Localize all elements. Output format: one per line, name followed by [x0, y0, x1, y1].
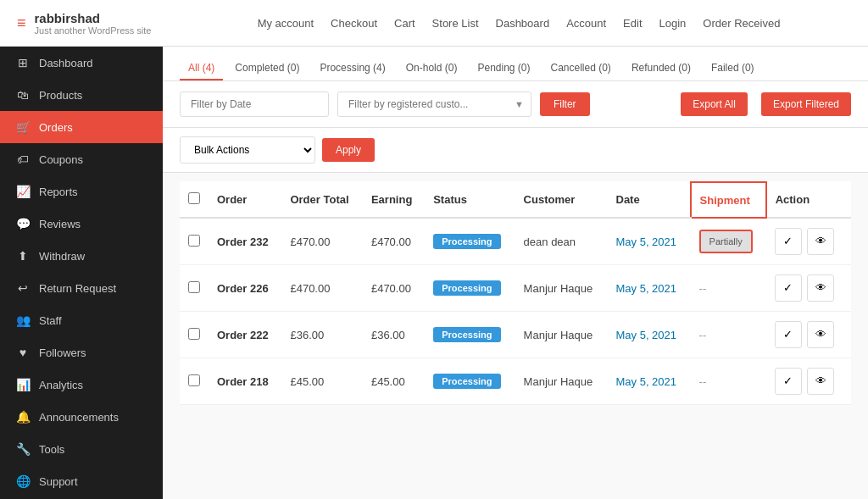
site-title: rabbirshad — [35, 11, 152, 25]
order-number[interactable]: Order 226 — [217, 282, 269, 295]
view-button[interactable]: 👁 — [807, 321, 834, 348]
select-all-checkbox[interactable] — [188, 192, 200, 204]
row-checkbox[interactable] — [188, 235, 200, 247]
sidebar: ⊞ Dashboard 🛍 Products 🛒 Orders 🏷 Coupon… — [0, 47, 163, 499]
shipment-dash: -- — [699, 282, 707, 295]
toolbar: ▼ Filter Export All Export Filtered — [163, 81, 868, 128]
row-checkbox[interactable] — [188, 281, 200, 293]
nav-edit[interactable]: Edit — [623, 17, 642, 30]
view-button[interactable]: 👁 — [807, 368, 834, 395]
filter-customer-input[interactable] — [338, 92, 508, 116]
sidebar-item-orders[interactable]: 🛒 Orders — [0, 111, 163, 143]
bulk-actions-select[interactable]: Bulk Actions — [180, 136, 315, 164]
customer-cell: Manjur Haque — [515, 265, 608, 312]
nav-order-received[interactable]: Order Received — [703, 17, 780, 30]
date-link[interactable]: May 5, 2021 — [616, 375, 677, 388]
dropdown-arrow-icon[interactable]: ▼ — [508, 99, 531, 109]
tab-processing[interactable]: Processing (4) — [311, 57, 393, 80]
hamburger-icon[interactable]: ≡ — [17, 14, 26, 32]
date-link[interactable]: May 5, 2021 — [616, 282, 677, 295]
col-shipment: Shipment — [691, 182, 766, 218]
date-link[interactable]: May 5, 2021 — [616, 236, 677, 248]
shipment-cell: Partially — [691, 218, 766, 265]
approve-button[interactable]: ✓ — [775, 228, 802, 255]
orders-table: Order Order Total Earning Status Custome… — [180, 181, 851, 405]
filter-date-input[interactable] — [180, 91, 329, 117]
tab-completed[interactable]: Completed (0) — [226, 57, 308, 80]
action-cell: ✓ 👁 — [766, 358, 851, 405]
sidebar-item-reviews[interactable]: 💬 Reviews — [0, 208, 163, 240]
sidebar-item-staff[interactable]: 👥 Staff — [0, 304, 163, 336]
nav-store-list[interactable]: Store List — [432, 17, 479, 30]
orders-icon: 🛒 — [15, 120, 31, 134]
view-button[interactable]: 👁 — [807, 274, 834, 302]
date-link[interactable]: May 5, 2021 — [616, 329, 677, 341]
earning-cell: £470.00 — [363, 218, 425, 265]
orders-table-body: Order 232 £470.00 £470.00 Processing dea… — [180, 218, 851, 405]
date-cell: May 5, 2021 — [608, 312, 691, 358]
sidebar-item-return-request[interactable]: ↩ Return Request — [0, 272, 163, 304]
col-order: Order — [209, 182, 281, 218]
shipment-badge: Partially — [699, 230, 753, 253]
nav-checkout[interactable]: Checkout — [331, 17, 377, 30]
export-all-button[interactable]: Export All — [681, 92, 748, 116]
order-number[interactable]: Order 218 — [217, 375, 269, 388]
status-badge: Processing — [433, 374, 500, 389]
table-row: Order 226 £470.00 £470.00 Processing Man… — [180, 265, 851, 312]
filter-button[interactable]: Filter — [540, 92, 590, 116]
nav-dashboard[interactable]: Dashboard — [496, 17, 550, 30]
tab-refunded[interactable]: Refunded (0) — [623, 57, 699, 80]
tab-pending[interactable]: Pending (0) — [469, 57, 538, 80]
row-checkbox-cell — [180, 265, 209, 312]
status-cell: Processing — [425, 265, 515, 312]
export-filtered-button[interactable]: Export Filtered — [761, 92, 851, 116]
order-number[interactable]: Order 222 — [217, 329, 269, 341]
tab-on-hold[interactable]: On-hold (0) — [398, 57, 466, 80]
tab-failed[interactable]: Failed (0) — [703, 57, 763, 80]
analytics-icon: 📊 — [15, 378, 31, 391]
sidebar-item-dashboard[interactable]: ⊞ Dashboard — [0, 47, 163, 79]
nav-login[interactable]: Login — [659, 17, 687, 30]
filter-customer-wrapper: ▼ — [337, 91, 531, 117]
nav-links: My account Checkout Cart Store List Dash… — [186, 17, 851, 30]
sidebar-label-staff: Staff — [39, 314, 62, 327]
sidebar-item-analytics[interactable]: 📊 Analytics — [0, 369, 163, 401]
tab-cancelled[interactable]: Cancelled (0) — [542, 57, 620, 80]
nav-cart[interactable]: Cart — [394, 17, 415, 30]
order-number[interactable]: Order 232 — [217, 236, 269, 248]
tab-all[interactable]: All (4) — [180, 57, 223, 80]
row-checkbox[interactable] — [188, 374, 200, 386]
row-checkbox-cell — [180, 218, 209, 265]
sidebar-label-products: Products — [39, 89, 82, 102]
order-number-cell: Order 226 — [209, 265, 281, 312]
sidebar-item-withdraw[interactable]: ⬆ Withdraw — [0, 240, 163, 272]
sidebar-label-announcements: Announcements — [39, 411, 119, 424]
view-button[interactable]: 👁 — [807, 228, 834, 255]
nav-my-account[interactable]: My account — [258, 17, 314, 30]
action-cell: ✓ 👁 — [766, 218, 851, 265]
sidebar-item-coupons[interactable]: 🏷 Coupons — [0, 143, 163, 175]
bulk-actions-bar: Bulk Actions Apply — [163, 128, 868, 173]
approve-button[interactable]: ✓ — [775, 321, 802, 348]
table-row: Order 222 £36.00 £36.00 Processing Manju… — [180, 312, 851, 358]
sidebar-item-support[interactable]: 🌐 Support — [0, 465, 163, 497]
sidebar-label-dashboard: Dashboard — [39, 57, 93, 69]
sidebar-label-followers: Followers — [39, 347, 86, 359]
earning-cell: £45.00 — [363, 358, 425, 405]
tools-icon: 🔧 — [15, 442, 31, 456]
approve-button[interactable]: ✓ — [775, 274, 802, 302]
sidebar-item-reports[interactable]: 📈 Reports — [0, 175, 163, 208]
withdraw-icon: ⬆ — [15, 249, 31, 263]
order-total-cell: £36.00 — [281, 312, 362, 358]
order-number-cell: Order 232 — [209, 218, 281, 265]
row-checkbox[interactable] — [188, 328, 200, 340]
approve-button[interactable]: ✓ — [775, 368, 802, 395]
sidebar-item-products[interactable]: 🛍 Products — [0, 79, 163, 111]
sidebar-item-followers[interactable]: ♥ Followers — [0, 336, 163, 369]
sidebar-item-tools[interactable]: 🔧 Tools — [0, 433, 163, 465]
nav-account[interactable]: Account — [566, 17, 606, 30]
sidebar-item-announcements[interactable]: 🔔 Announcements — [0, 401, 163, 433]
col-customer: Customer — [515, 182, 608, 218]
apply-button[interactable]: Apply — [322, 138, 375, 162]
return-icon: ↩ — [15, 281, 31, 295]
